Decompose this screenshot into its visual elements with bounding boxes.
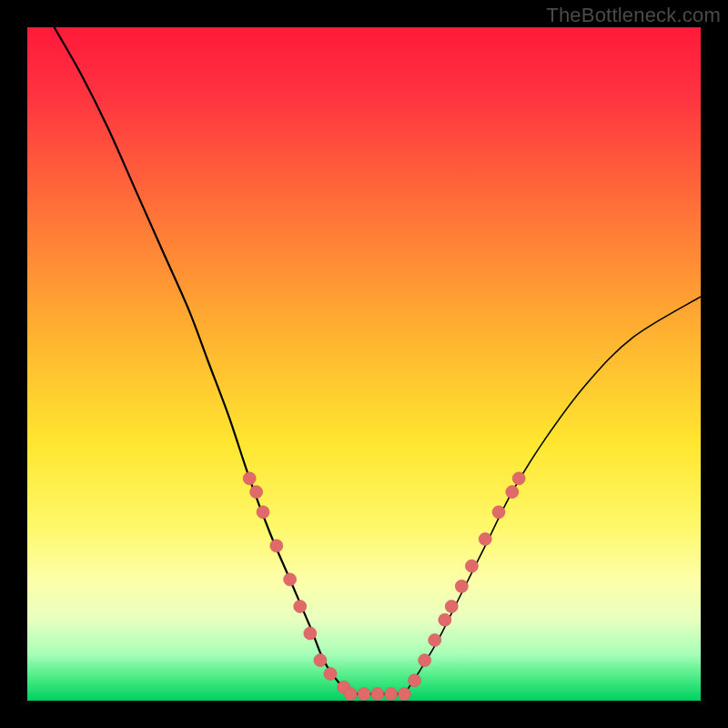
marker-point: [243, 472, 256, 485]
marker-point: [385, 688, 398, 701]
marker-point: [492, 506, 505, 519]
marker-point: [419, 654, 431, 667]
marker-point: [250, 486, 263, 499]
right-curve: [404, 297, 701, 694]
marker-point: [512, 472, 525, 485]
marker-point: [344, 688, 357, 701]
marker-point: [304, 627, 317, 640]
marker-point: [409, 674, 421, 687]
watermark-text: TheBottleneck.com: [546, 4, 721, 27]
marker-point: [371, 688, 384, 701]
marker-point: [465, 560, 478, 572]
marker-point: [479, 532, 491, 545]
curve-layer: [27, 27, 701, 701]
marker-point: [314, 654, 327, 667]
marker-point: [324, 667, 337, 680]
marker-point: [455, 580, 468, 592]
marker-point: [257, 506, 269, 519]
marker-point: [439, 613, 451, 626]
left-curve: [55, 27, 351, 694]
chart-frame: TheBottleneck.com: [0, 0, 728, 728]
marker-point: [270, 540, 283, 552]
plot-area: [27, 27, 701, 701]
marker-point: [445, 600, 458, 612]
marker-point: [284, 573, 297, 586]
marker-group: [243, 472, 525, 701]
marker-point: [398, 688, 410, 701]
marker-point: [506, 486, 519, 499]
marker-point: [358, 688, 370, 701]
marker-point: [429, 633, 441, 646]
marker-point: [294, 600, 307, 612]
